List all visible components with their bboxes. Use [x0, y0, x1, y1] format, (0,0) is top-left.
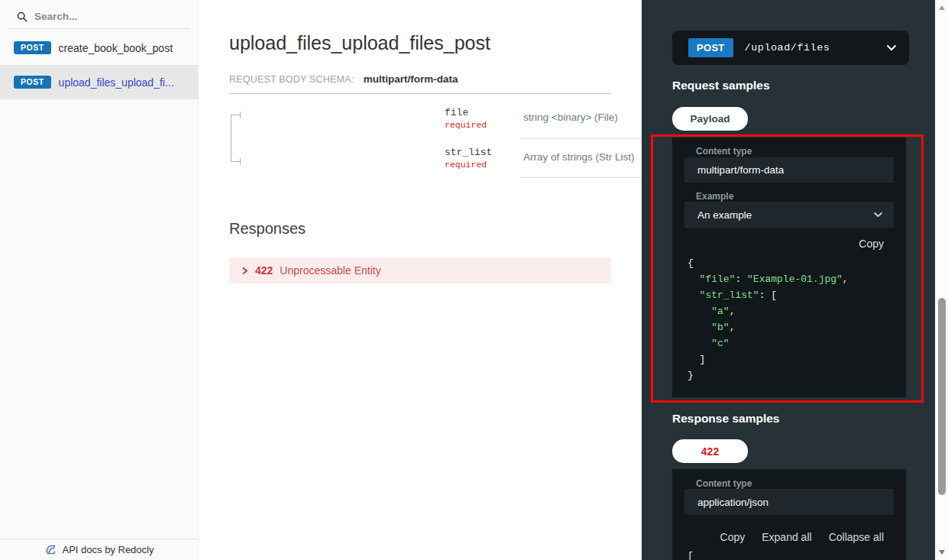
request-body-schema-value: multipart/form-data [364, 73, 458, 85]
field-required-flag: required [445, 120, 487, 130]
response-422-row[interactable]: 422 Unprocessable Entity [229, 257, 611, 283]
search-input[interactable]: Search... [8, 5, 190, 29]
field-type: Array of strings (Str List) [523, 151, 635, 163]
search-icon [17, 11, 28, 22]
page-title: upload_files_upload_files_post [229, 32, 490, 54]
request-body-schema-row: REQUEST BODY SCHEMA: multipart/form-data [229, 72, 611, 94]
schema-tree-line [240, 112, 241, 118]
sidebar: Search... POST create_book_book_post POS… [0, 0, 199, 560]
copy-button[interactable]: Copy [720, 531, 746, 543]
chevron-down-icon [886, 44, 897, 51]
redocly-logo-icon [44, 543, 57, 556]
sidebar-item-upload-files[interactable]: POST upload_files_upload_fi... [0, 65, 199, 99]
schema-tree-line [240, 158, 241, 165]
sidebar-item-label: create_book_book_post [59, 42, 173, 54]
main-content: upload_files_upload_files_post REQUEST B… [199, 0, 642, 560]
scrollbar-thumb[interactable] [938, 298, 946, 495]
response-sample-code: [ [688, 548, 694, 560]
footer-credit[interactable]: API docs by Redocly [63, 544, 154, 555]
endpoint-path: /upload/files [745, 42, 886, 53]
response-samples-heading: Response samples [672, 412, 779, 426]
samples-panel: POST /upload/files Request samples Paylo… [642, 0, 935, 560]
expand-all-button[interactable]: Expand all [762, 531, 811, 543]
content-type-label: Content type [696, 146, 752, 157]
chevron-down-icon [873, 212, 883, 218]
sidebar-footer: API docs by Redocly [0, 539, 198, 560]
post-badge: POST [14, 41, 51, 54]
scrollbar-up-arrow-icon[interactable] [939, 5, 945, 10]
request-samples-heading: Request samples [672, 79, 770, 92]
content-type-value: application/json [684, 489, 894, 515]
example-dropdown[interactable]: An example [684, 202, 894, 228]
field-required-flag: required [445, 160, 487, 170]
chevron-right-icon [241, 267, 248, 275]
sidebar-item-create-book[interactable]: POST create_book_book_post [0, 31, 199, 65]
request-sample-panel: Content type multipart/form-data Example… [672, 138, 906, 397]
request-body-schema-label: REQUEST BODY SCHEMA: [229, 74, 354, 85]
content-type-label: Content type [696, 478, 752, 489]
copy-button[interactable]: Copy [859, 238, 884, 250]
sidebar-item-label: upload_files_upload_fi... [59, 76, 174, 89]
field-name-str-list[interactable]: str_list [445, 147, 492, 158]
schema-tree-line [231, 115, 240, 115]
schema-tree-line [231, 115, 231, 162]
payload-tab[interactable]: Payload [672, 107, 748, 131]
code-actions: Copy Expand all Collapse all [720, 531, 884, 543]
response-status-code: 422 [255, 264, 273, 277]
post-badge: POST [688, 38, 733, 57]
field-name-file[interactable]: file [445, 107, 468, 118]
example-label: Example [696, 191, 733, 202]
collapse-all-button[interactable]: Collapse all [829, 531, 884, 543]
post-badge: POST [14, 76, 51, 89]
schema-tree-line [231, 161, 240, 162]
response-422-tab[interactable]: 422 [672, 439, 748, 463]
page-scrollbar[interactable] [935, 0, 948, 560]
response-status-label: Unprocessable Entity [280, 264, 380, 277]
request-sample-code: { "file": "Example-01.jpg", "str_list": … [688, 255, 849, 384]
content-type-value: multipart/form-data [684, 157, 894, 183]
field-type: string <binary> (File) [523, 112, 618, 123]
scrollbar-down-arrow-icon[interactable] [939, 550, 945, 555]
endpoint-dropdown[interactable]: POST /upload/files [672, 31, 909, 65]
responses-heading: Responses [229, 220, 306, 238]
search-placeholder: Search... [34, 11, 77, 22]
response-sample-panel: Content type application/json Copy Expan… [672, 469, 906, 560]
